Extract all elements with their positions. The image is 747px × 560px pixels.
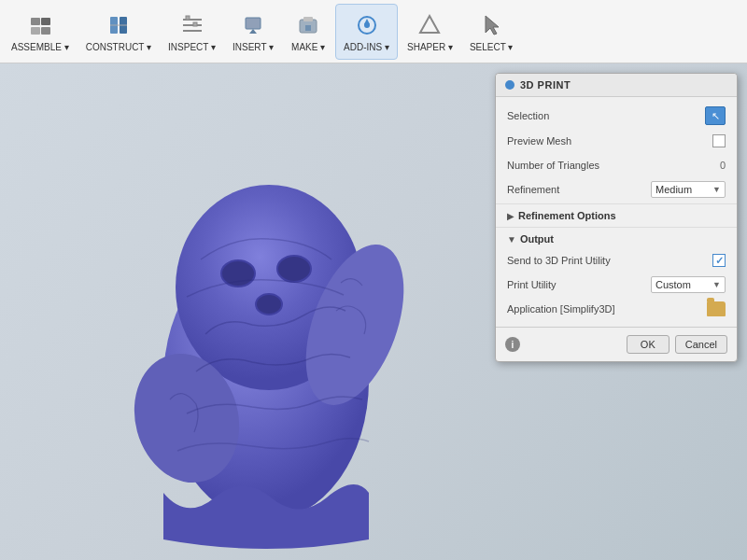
svg-rect-2 — [31, 27, 40, 35]
cancel-button[interactable]: Cancel — [675, 335, 727, 354]
construct-label: CONSTRUCT ▾ — [86, 42, 151, 52]
application-row: Application [Simplify3D] — [496, 297, 737, 321]
insert-label: INSERT ▾ — [233, 42, 274, 52]
toolbar-select[interactable]: SELECT ▾ — [462, 4, 521, 60]
svg-point-29 — [277, 256, 311, 282]
print-utility-dropdown[interactable]: Custom ▼ — [651, 276, 726, 293]
divider-2 — [496, 227, 737, 228]
3d-model-ghost — [56, 101, 411, 530]
ghost-svg — [131, 166, 411, 560]
dialog-title: 3D PRINT — [520, 79, 571, 91]
preview-mesh-label: Preview Mesh — [507, 135, 712, 147]
send-to-3d-row: Send to 3D Print Utility — [496, 248, 737, 273]
refinement-control: Medium ▼ — [651, 181, 726, 198]
assemble-label: ASSEMBLE ▾ — [11, 42, 69, 52]
refinement-options-arrow: ▶ — [507, 211, 514, 221]
preview-mesh-row: Preview Mesh — [496, 129, 737, 153]
svg-rect-16 — [305, 25, 311, 31]
application-control — [707, 301, 726, 316]
preview-mesh-checkbox[interactable] — [712, 134, 726, 147]
svg-line-22 — [430, 16, 439, 33]
inspect-label: INSPECT ▾ — [168, 42, 216, 52]
shaper-icon — [415, 10, 444, 40]
3d-print-dialog: 3D PRINT Selection Preview Mesh Number o… — [495, 73, 738, 362]
svg-marker-13 — [249, 29, 257, 34]
inspect-icon — [177, 10, 207, 40]
num-triangles-control: 0 — [707, 160, 726, 171]
selection-select-button[interactable] — [705, 106, 726, 125]
svg-point-19 — [364, 22, 370, 28]
send-to-3d-label: Send to 3D Print Utility — [507, 255, 712, 266]
toolbar-inspect[interactable]: INSPECT ▾ — [161, 4, 223, 60]
svg-marker-20 — [420, 16, 439, 33]
num-triangles-row: Number of Triangles 0 — [496, 153, 737, 177]
dialog-header: 3D PRINT — [496, 74, 737, 97]
application-folder-button[interactable] — [707, 301, 726, 316]
print-utility-dropdown-value: Custom — [655, 279, 691, 290]
assemble-icon — [25, 10, 55, 40]
insert-icon — [238, 10, 268, 40]
info-icon[interactable]: i — [505, 337, 520, 352]
dialog-body: Selection Preview Mesh Number of Triangl… — [496, 97, 737, 327]
output-arrow: ▼ — [507, 234, 516, 245]
refinement-label: Refinement — [507, 184, 651, 195]
output-section-label: Output — [520, 233, 554, 245]
application-label: Application [Simplify3D] — [507, 303, 707, 315]
print-utility-label: Print Utility — [507, 279, 651, 290]
svg-rect-3 — [41, 27, 50, 35]
num-triangles-label: Number of Triangles — [507, 160, 707, 171]
toolbar-addins[interactable]: ADD-INS ▾ — [335, 4, 398, 60]
make-icon — [293, 10, 323, 40]
addins-label: ADD-INS ▾ — [344, 42, 389, 52]
selection-label: Selection — [507, 110, 705, 121]
ok-button[interactable]: OK — [627, 335, 669, 354]
svg-rect-1 — [41, 18, 50, 25]
refinement-dropdown[interactable]: Medium ▼ — [651, 181, 726, 198]
dialog-footer: i OK Cancel — [496, 327, 737, 361]
svg-rect-15 — [303, 17, 313, 21]
svg-rect-10 — [186, 16, 190, 20]
refinement-options-section-header[interactable]: ▶ Refinement Options — [496, 206, 737, 225]
selection-row: Selection — [496, 103, 737, 129]
print-utility-control: Custom ▼ — [651, 276, 726, 293]
svg-rect-12 — [246, 18, 261, 29]
output-section-header[interactable]: ▼ Output — [496, 230, 737, 248]
send-to-3d-control — [712, 254, 726, 267]
refinement-dropdown-value: Medium — [655, 184, 692, 195]
toolbar: ASSEMBLE ▾ CONSTRUCT ▾ INSPECT ▾ — [0, 0, 747, 63]
svg-line-21 — [420, 16, 430, 33]
refinement-dropdown-arrow: ▼ — [712, 185, 721, 194]
toolbar-insert[interactable]: INSERT ▾ — [225, 4, 281, 60]
shaper-label: SHAPER ▾ — [407, 42, 453, 52]
svg-rect-11 — [193, 22, 197, 26]
preview-mesh-control — [712, 134, 726, 147]
refinement-row: Refinement Medium ▼ — [496, 177, 737, 202]
construct-icon — [104, 10, 134, 40]
print-utility-row: Print Utility Custom ▼ — [496, 273, 737, 297]
selection-control — [705, 106, 726, 125]
print-utility-dropdown-arrow: ▼ — [712, 280, 721, 289]
toolbar-shaper[interactable]: SHAPER ▾ — [400, 4, 460, 60]
dialog-status-dot — [505, 80, 514, 90]
divider-1 — [496, 203, 737, 204]
toolbar-construct[interactable]: CONSTRUCT ▾ — [78, 4, 159, 60]
canvas-area[interactable]: 3D PRINT Selection Preview Mesh Number o… — [0, 63, 747, 560]
make-label: MAKE ▾ — [291, 42, 325, 52]
svg-marker-23 — [486, 16, 499, 35]
svg-point-30 — [256, 294, 282, 315]
select-label: SELECT ▾ — [470, 42, 514, 52]
num-triangles-value: 0 — [707, 160, 726, 171]
addins-icon — [352, 10, 382, 40]
toolbar-assemble[interactable]: ASSEMBLE ▾ — [4, 4, 77, 60]
refinement-options-section-label: Refinement Options — [518, 210, 616, 221]
toolbar-make[interactable]: MAKE ▾ — [283, 4, 333, 60]
svg-rect-0 — [31, 18, 40, 25]
send-to-3d-checkbox[interactable] — [712, 254, 726, 267]
select-icon — [476, 10, 506, 40]
